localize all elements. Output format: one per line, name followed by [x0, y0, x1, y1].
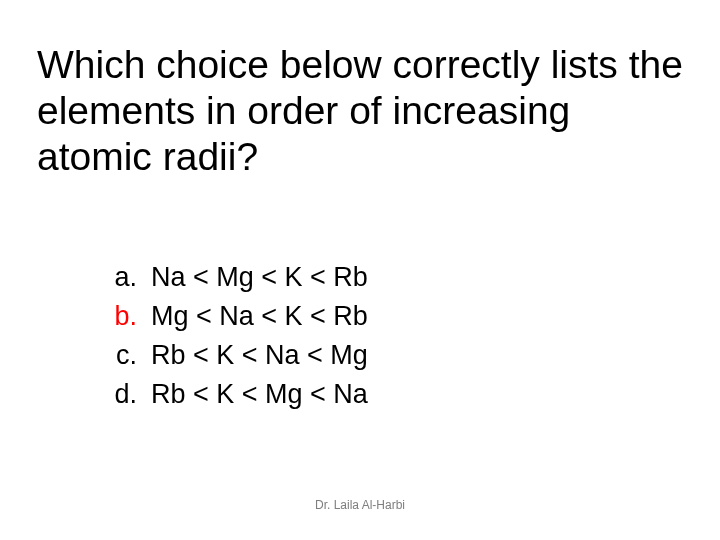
- answer-text: Mg < Na < K < Rb: [151, 297, 368, 336]
- answer-text: Rb < K < Mg < Na: [151, 375, 368, 414]
- answer-text: Rb < K < Na < Mg: [151, 336, 368, 375]
- answer-option-c: c. Rb < K < Na < Mg: [97, 336, 368, 375]
- answer-list: a. Na < Mg < K < Rb b. Mg < Na < K < Rb …: [97, 258, 368, 415]
- question-text: Which choice below correctly lists the e…: [37, 42, 687, 180]
- answer-label: b.: [97, 297, 151, 336]
- answer-option-d: d. Rb < K < Mg < Na: [97, 375, 368, 414]
- answer-option-b: b. Mg < Na < K < Rb: [97, 297, 368, 336]
- answer-option-a: a. Na < Mg < K < Rb: [97, 258, 368, 297]
- footer-author: Dr. Laila Al-Harbi: [0, 498, 720, 512]
- answer-text: Na < Mg < K < Rb: [151, 258, 368, 297]
- answer-label: c.: [97, 336, 151, 375]
- answer-label: a.: [97, 258, 151, 297]
- slide: Which choice below correctly lists the e…: [0, 0, 720, 540]
- answer-label: d.: [97, 375, 151, 414]
